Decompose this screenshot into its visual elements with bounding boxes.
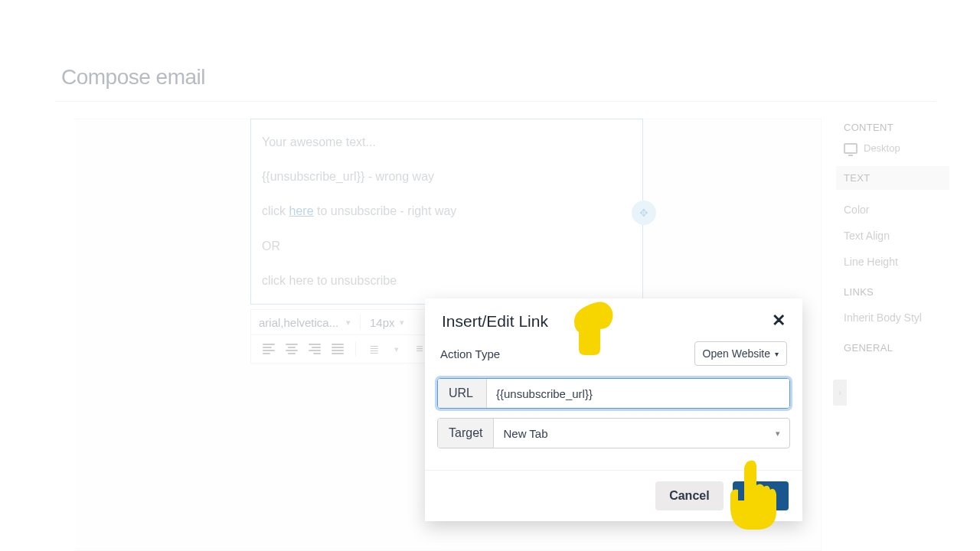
font-family-select[interactable]: arial,helvetica...▾ <box>259 316 351 329</box>
action-type-label: Action Type <box>440 347 500 360</box>
page-divider <box>55 101 936 102</box>
editor-link-here[interactable]: here <box>289 204 314 217</box>
target-label: Target <box>438 419 494 448</box>
editor-line-5: click here to unsubscribe <box>262 272 632 289</box>
page-title: Compose email <box>61 65 205 90</box>
sidebar-item-desktop[interactable]: Desktop <box>844 142 936 154</box>
editor-line-4: OR <box>262 237 632 255</box>
sidebar-section-general: GENERAL <box>844 342 936 354</box>
unordered-list-button[interactable]: ≣ <box>364 340 384 358</box>
caret-down-icon: ▾ <box>776 429 780 439</box>
url-label: URL <box>438 379 487 408</box>
align-right-button[interactable] <box>305 340 325 358</box>
sidebar-section-text[interactable]: TEXT <box>836 166 949 190</box>
desktop-icon <box>844 143 858 154</box>
editor-line-2: {{unsubscribe_url}} - wrong way <box>262 168 632 185</box>
cursor-hand-icon <box>724 459 782 531</box>
list-dropdown[interactable]: ▾ <box>387 340 407 358</box>
target-select[interactable]: New Tab ▾ <box>494 419 789 448</box>
right-sidebar: CONTENT Desktop TEXT Color Text Align Li… <box>844 111 936 363</box>
editor-line-1: Your awesome text... <box>262 133 632 151</box>
pointer-hand-icon <box>567 288 628 357</box>
modal-title: Insert/Edit Link <box>442 312 548 331</box>
caret-down-icon: ▾ <box>775 350 779 358</box>
sidebar-item-text-align[interactable]: Text Align <box>844 230 936 242</box>
chevron-down-icon: ▾ <box>400 318 404 328</box>
url-input[interactable] <box>487 379 789 408</box>
text-content-block[interactable]: Your awesome text... {{unsubscribe_url}}… <box>250 119 643 305</box>
close-icon[interactable]: ✕ <box>772 312 786 329</box>
collapse-sidebar-icon[interactable]: › <box>833 380 847 406</box>
sidebar-item-color[interactable]: Color <box>844 204 936 216</box>
cancel-button[interactable]: Cancel <box>655 481 723 510</box>
sidebar-section-content: CONTENT <box>844 122 936 133</box>
sidebar-item-inherit[interactable]: Inherit Body Styl <box>844 311 936 324</box>
sidebar-item-line-height[interactable]: Line Height <box>844 256 936 268</box>
editor-line-3: click here to unsubscribe - right way <box>262 202 632 220</box>
font-size-select[interactable]: 14px▾ <box>370 316 404 329</box>
align-center-button[interactable] <box>282 340 302 358</box>
align-left-button[interactable] <box>259 340 279 358</box>
move-icon[interactable]: ✥ <box>632 201 656 225</box>
action-type-dropdown[interactable]: Open Website ▾ <box>694 341 787 366</box>
chevron-down-icon: ▾ <box>346 318 351 328</box>
sidebar-section-links: LINKS <box>844 286 936 298</box>
align-justify-button[interactable] <box>328 340 348 358</box>
